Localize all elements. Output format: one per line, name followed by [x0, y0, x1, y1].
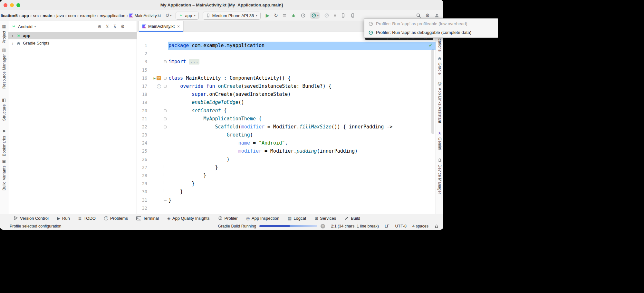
profiler-popup-item[interactable]: Profiler: Run 'app' as profileable (low … [364, 19, 498, 28]
tool-stripe-app-links-assistant[interactable]: @App Links Assistant [437, 81, 442, 123]
device-manager-icon[interactable] [341, 13, 346, 18]
panel-settings-icon[interactable]: ⚙ [120, 24, 125, 29]
line-number[interactable]: 26 [137, 156, 148, 164]
toolwindow-button-run[interactable]: ▶Run [57, 216, 70, 221]
line-number[interactable]: 3 [137, 58, 148, 66]
code-line[interactable]: 19 enableEdgeToEdge() [137, 98, 436, 106]
profiler-popup-item[interactable]: Profiler: Run 'app' as debuggable (compl… [364, 28, 498, 37]
project-view-select[interactable]: Android [18, 24, 33, 29]
editor-tab-mainactivity[interactable]: MainActivity.kt × [139, 21, 184, 32]
code-line[interactable]: 25 modifier = Modifier.padding(innerPadd… [137, 147, 436, 155]
toolwindow-button-app-quality-insights[interactable]: ◈App Quality Insights [167, 216, 210, 221]
code-line[interactable]: 32 [137, 204, 436, 212]
fold-column[interactable] [162, 98, 168, 106]
fold-column[interactable] [162, 164, 168, 172]
inspections-ok-icon[interactable]: ✓ [428, 42, 433, 48]
toolwindow-button-problems[interactable]: !Problems [104, 216, 128, 221]
fold-column[interactable] [162, 172, 168, 180]
override-gutter-icon[interactable]: ↑ [157, 84, 161, 88]
stop-button[interactable]: ■ [334, 13, 336, 18]
chevron-right-icon[interactable]: › [11, 41, 14, 46]
line-separator-widget[interactable]: LF [385, 224, 389, 228]
running-devices-icon[interactable] [350, 13, 355, 18]
line-number[interactable]: 2 [137, 50, 148, 58]
toolwindow-button-todo[interactable]: ≣TODO [78, 216, 96, 221]
toolwindow-button-build[interactable]: Build [344, 216, 360, 221]
fold-marker[interactable] [164, 126, 167, 128]
toolwindow-button-version-control[interactable]: Version Control [14, 216, 49, 221]
hide-panel-icon[interactable]: — [129, 24, 133, 29]
code-line[interactable]: 3+import ... [137, 58, 436, 66]
breadcrumb-item-com[interactable]: com [68, 13, 76, 18]
code-line[interactable]: 16▶<>class MainActivity : ComponentActiv… [137, 74, 436, 82]
project-tree-item-app[interactable]: ›app [8, 32, 137, 39]
line-number[interactable]: 25 [137, 147, 148, 155]
fold-column[interactable] [162, 156, 168, 164]
line-number[interactable]: 20 [137, 107, 148, 115]
fold-marker[interactable] [164, 85, 167, 88]
run-configuration-select[interactable]: app ▾ [176, 12, 199, 20]
code-line[interactable]: 2 [137, 50, 436, 58]
fold-column[interactable] [162, 90, 168, 98]
line-number[interactable]: 27 [137, 164, 148, 172]
caret-position-widget[interactable]: 2:1 (34 chars, 1 line break) [331, 224, 379, 228]
debug-button[interactable] [291, 13, 296, 18]
lock-icon[interactable] [434, 224, 439, 228]
indent-widget[interactable]: 4 spaces [412, 224, 428, 228]
tool-stripe-gradle[interactable]: Gradle [437, 56, 442, 75]
code-line[interactable]: 23 Greeting( [137, 131, 436, 139]
settings-gear-icon[interactable]: ⚙ [426, 13, 430, 18]
code-line[interactable]: 15 [137, 66, 436, 74]
line-number[interactable]: 31 [137, 196, 148, 204]
fold-marker[interactable] [164, 77, 167, 80]
line-number[interactable]: 1 [137, 42, 148, 50]
toolwindow-button-services[interactable]: ⊞Services [314, 216, 336, 221]
fold-column[interactable] [162, 188, 168, 196]
code-line[interactable]: 31} [137, 196, 436, 204]
code-line[interactable]: 1package com.example.myapplication [137, 42, 436, 50]
run-gutter-icon[interactable]: ▶ [153, 76, 156, 80]
tool-stripe-structure[interactable]: ◧Structure [2, 98, 6, 121]
code-line[interactable]: 27 } [137, 164, 436, 172]
profiler-dropdown-button[interactable]: ▾ [310, 12, 320, 19]
toolwindow-button-logcat[interactable]: ▤Logcat [288, 216, 306, 221]
encoding-widget[interactable]: UTF-8 [395, 224, 407, 228]
breadcrumb-item-lication5[interactable]: lication5 [1, 13, 18, 18]
fold-column[interactable] [162, 107, 168, 115]
tool-stripe-project[interactable]: ▦Project [2, 24, 6, 43]
editor-scrollbar[interactable] [431, 49, 434, 134]
line-number[interactable]: 29 [137, 180, 148, 188]
apply-changes-icon[interactable]: ≣ [283, 13, 287, 18]
fold-marker[interactable] [164, 117, 167, 120]
line-number[interactable]: 32 [137, 204, 148, 212]
fold-column[interactable] [162, 131, 168, 139]
breadcrumb-item-example[interactable]: example [80, 13, 96, 18]
toolwindow-button-app-inspection[interactable]: ◎App Inspection [246, 216, 279, 221]
line-number[interactable]: 18 [137, 90, 148, 98]
breadcrumb-item-mainactivity-kt[interactable]: MainActivity.kt [129, 13, 161, 18]
collapse-all-icon[interactable]: ⊼ [113, 24, 116, 29]
code-line[interactable]: 30 } [137, 188, 436, 196]
line-number[interactable]: 30 [137, 188, 148, 196]
code-line[interactable]: 22 Scaffold(modifier = Modifier.fillMaxS… [137, 123, 436, 131]
line-number[interactable]: 24 [137, 139, 148, 147]
select-opened-file-icon[interactable]: ⊕ [98, 24, 101, 29]
breadcrumb-item-src[interactable]: src [33, 13, 39, 18]
line-number[interactable]: 21 [137, 115, 148, 123]
breadcrumb-item-app[interactable]: app [22, 13, 29, 18]
fold-column[interactable] [162, 66, 168, 74]
line-number[interactable]: 15 [137, 66, 148, 74]
profile-button[interactable] [301, 13, 306, 18]
code-line[interactable]: 26 ) [137, 156, 436, 164]
chevron-right-icon[interactable]: › [11, 33, 14, 38]
zoom-window-button[interactable] [16, 3, 20, 7]
line-number[interactable]: 19 [137, 98, 148, 106]
code-line[interactable]: 20 setContent { [137, 107, 436, 115]
fold-column[interactable] [162, 123, 168, 131]
minimize-window-button[interactable] [10, 3, 14, 7]
close-tab-icon[interactable]: × [177, 24, 180, 29]
tool-stripe-gemini[interactable]: ★Gemini [437, 131, 442, 150]
line-number[interactable]: 23 [137, 131, 148, 139]
toolwindow-button-profiler[interactable]: Profiler [218, 216, 238, 221]
line-number[interactable]: 28 [137, 172, 148, 180]
